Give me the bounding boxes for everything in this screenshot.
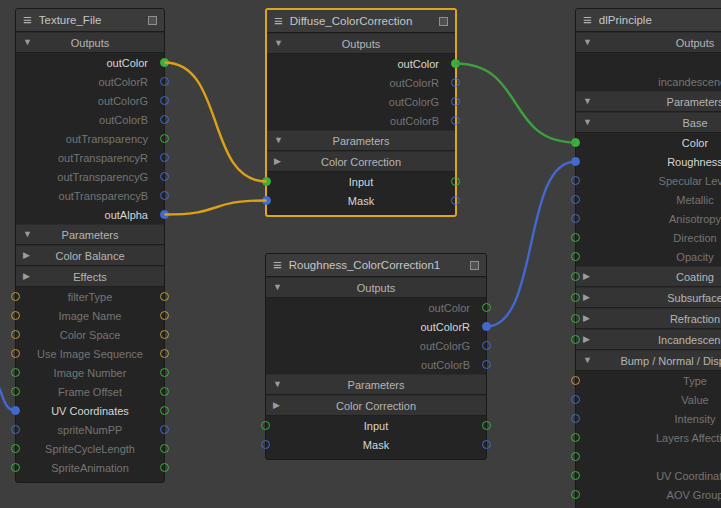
port-image-name-left[interactable] bbox=[11, 311, 20, 320]
section-row-subsurface[interactable]: ▶Subsurface bbox=[576, 287, 721, 308]
wire-outColorR-to-Roughness[interactable] bbox=[487, 162, 576, 327]
chevron-right-icon[interactable]: ▶ bbox=[583, 314, 590, 323]
chevron-right-icon[interactable]: ▶ bbox=[273, 401, 280, 410]
chevron-right-icon[interactable]: ▶ bbox=[583, 293, 590, 302]
port-outcolor-right[interactable] bbox=[160, 58, 169, 67]
chevron-down-icon[interactable]: ▼ bbox=[23, 230, 32, 239]
port-spritenumpp-left[interactable] bbox=[11, 425, 20, 434]
port-spriteanimation-left[interactable] bbox=[11, 463, 20, 472]
port-refraction-left[interactable] bbox=[571, 314, 580, 323]
node-header[interactable]: ≡Texture_File bbox=[16, 9, 164, 32]
section-row-effects[interactable]: ▶Effects bbox=[16, 266, 164, 287]
port-color-left[interactable] bbox=[571, 138, 580, 147]
section-row-outputs[interactable]: ▼Outputs bbox=[576, 32, 721, 53]
chevron-down-icon[interactable]: ▼ bbox=[583, 356, 592, 365]
port-specular-level-left[interactable] bbox=[571, 176, 580, 185]
port-outtransparencyg-right[interactable] bbox=[160, 172, 169, 181]
node-editor-canvas[interactable]: ≡Texture_File▼OutputsoutColoroutColorRou… bbox=[0, 0, 721, 508]
port-outtransparency-right[interactable] bbox=[160, 134, 169, 143]
section-row-base[interactable]: ▼Base bbox=[576, 112, 721, 133]
node-dl_principle[interactable]: ≡dlPrinciple▼Outputsincandescence▼Parame… bbox=[575, 8, 721, 508]
port-use-image-sequence-right[interactable] bbox=[160, 349, 169, 358]
wire-outAlpha-to-Mask[interactable] bbox=[165, 201, 267, 215]
wire-outColor-to-Input[interactable] bbox=[165, 63, 267, 182]
port-color-space-right[interactable] bbox=[160, 330, 169, 339]
port-outcolorr-right[interactable] bbox=[160, 77, 169, 86]
chevron-down-icon[interactable]: ▼ bbox=[583, 97, 592, 106]
port-intensity-left[interactable] bbox=[571, 414, 580, 423]
port-image-number-right[interactable] bbox=[160, 368, 169, 377]
chevron-right-icon[interactable]: ▶ bbox=[23, 272, 30, 281]
port-outcolorb-right[interactable] bbox=[482, 360, 491, 369]
chevron-down-icon[interactable]: ▼ bbox=[274, 39, 283, 48]
menu-icon[interactable]: ≡ bbox=[274, 13, 283, 28]
section-row-outputs[interactable]: ▼Outputs bbox=[16, 32, 164, 53]
port-filtertype-left[interactable] bbox=[11, 292, 20, 301]
port-mask-left[interactable] bbox=[262, 196, 271, 205]
port-outtransparencyb-right[interactable] bbox=[160, 191, 169, 200]
port-image-name-right[interactable] bbox=[160, 311, 169, 320]
node-roughness_color_correction1[interactable]: ≡Roughness_ColorCorrection1▼OutputsoutCo… bbox=[265, 253, 487, 460]
section-row-parameters[interactable]: ▼Parameters bbox=[267, 130, 455, 151]
chevron-right-icon[interactable]: ▶ bbox=[583, 272, 590, 281]
port-input-left[interactable] bbox=[261, 421, 270, 430]
port-frame-offset-left[interactable] bbox=[11, 387, 20, 396]
menu-icon[interactable]: ≡ bbox=[273, 257, 282, 272]
port-input-right[interactable] bbox=[482, 421, 491, 430]
port-input-left[interactable] bbox=[262, 177, 271, 186]
section-row-color-balance[interactable]: ▶Color Balance bbox=[16, 245, 164, 266]
port-outcolorb-right[interactable] bbox=[160, 115, 169, 124]
port-spritecyclelength-left[interactable] bbox=[11, 444, 20, 453]
port-subsurface-left[interactable] bbox=[571, 293, 580, 302]
chevron-down-icon[interactable]: ▼ bbox=[23, 38, 32, 47]
port-mask-right[interactable] bbox=[482, 440, 491, 449]
port-spriteanimation-right[interactable] bbox=[160, 463, 169, 472]
section-row-color-correction[interactable]: ▶Color Correction bbox=[267, 151, 455, 172]
section-row-refraction[interactable]: ▶Refraction bbox=[576, 308, 721, 329]
port-outcolorr-right[interactable] bbox=[451, 78, 460, 87]
port-outcolorb-right[interactable] bbox=[451, 116, 460, 125]
port-roughness-left[interactable] bbox=[571, 157, 580, 166]
section-row-parameters[interactable]: ▼Parameters bbox=[266, 374, 486, 395]
chevron-down-icon[interactable]: ▼ bbox=[583, 38, 592, 47]
section-row-parameters[interactable]: ▼Parameters bbox=[16, 224, 164, 245]
port-outcolor-right[interactable] bbox=[451, 59, 460, 68]
port-type-left[interactable] bbox=[571, 376, 580, 385]
port-frame-offset-right[interactable] bbox=[160, 387, 169, 396]
wire-outColor-to-Color[interactable] bbox=[456, 64, 576, 143]
port-outcolorg-right[interactable] bbox=[160, 96, 169, 105]
menu-icon[interactable]: ≡ bbox=[583, 12, 592, 27]
swatch-icon[interactable] bbox=[439, 17, 448, 26]
chevron-right-icon[interactable]: ▶ bbox=[274, 157, 281, 166]
port-blank-left[interactable] bbox=[571, 452, 580, 461]
port-uv-coordinates-left[interactable] bbox=[11, 406, 20, 415]
port-color-space-left[interactable] bbox=[11, 330, 20, 339]
section-row-outputs[interactable]: ▼Outputs bbox=[266, 277, 486, 298]
swatch-icon[interactable] bbox=[148, 16, 157, 25]
port-metallic-left[interactable] bbox=[571, 195, 580, 204]
port-filtertype-right[interactable] bbox=[160, 292, 169, 301]
port-aov-group-left[interactable] bbox=[571, 490, 580, 499]
port-outtransparencyr-right[interactable] bbox=[160, 153, 169, 162]
port-outcolor-right[interactable] bbox=[482, 303, 491, 312]
section-row-parameters[interactable]: ▼Parameters bbox=[576, 91, 721, 112]
port-outalpha-right[interactable] bbox=[160, 210, 169, 219]
section-row-outputs[interactable]: ▼Outputs bbox=[267, 33, 455, 54]
port-incandescence-left[interactable] bbox=[571, 335, 580, 344]
port-spritenumpp-right[interactable] bbox=[160, 425, 169, 434]
node-header[interactable]: ≡dlPrinciple bbox=[576, 9, 721, 32]
port-coating-left[interactable] bbox=[571, 272, 580, 281]
chevron-down-icon[interactable]: ▼ bbox=[273, 283, 282, 292]
chevron-down-icon[interactable]: ▼ bbox=[273, 380, 282, 389]
chevron-right-icon[interactable]: ▶ bbox=[583, 335, 590, 344]
chevron-down-icon[interactable]: ▼ bbox=[274, 136, 283, 145]
section-row-color-correction[interactable]: ▶Color Correction bbox=[266, 395, 486, 416]
port-direction-left[interactable] bbox=[571, 233, 580, 242]
port-opacity-left[interactable] bbox=[571, 252, 580, 261]
port-value-left[interactable] bbox=[571, 395, 580, 404]
section-row-bump-normal-displacement[interactable]: ▼Bump / Normal / Displacement bbox=[576, 350, 721, 371]
port-mask-left[interactable] bbox=[261, 440, 270, 449]
node-texture_file[interactable]: ≡Texture_File▼OutputsoutColoroutColorRou… bbox=[15, 8, 165, 483]
port-use-image-sequence-left[interactable] bbox=[11, 349, 20, 358]
port-uv-coordinates-left[interactable] bbox=[571, 471, 580, 480]
